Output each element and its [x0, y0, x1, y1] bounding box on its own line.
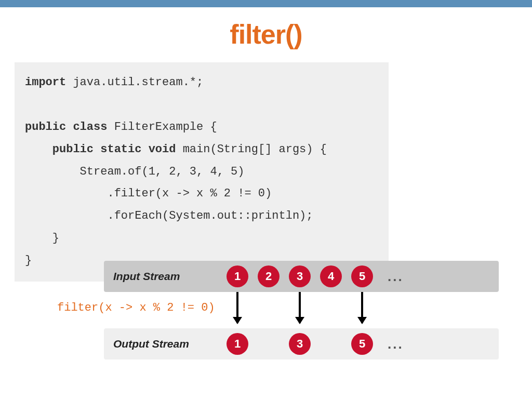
output-stream-row: Output Stream 1 3 5 ... [104, 328, 499, 360]
arrow-icon [361, 292, 363, 323]
top-accent-bar [0, 0, 532, 7]
keyword: import [25, 76, 66, 89]
code-example: import java.util.stream.*; public class … [15, 62, 389, 282]
output-bubble: 1 [227, 333, 248, 355]
code-text: } [25, 254, 32, 267]
code-text: .forEach(System.out::println); [25, 209, 313, 222]
input-bubble: 1 [227, 265, 248, 287]
input-bubble: 5 [351, 265, 373, 287]
output-slot-empty [320, 333, 342, 355]
arrow-icon [236, 292, 238, 323]
input-bubble: 2 [258, 265, 280, 287]
output-bubble: 3 [289, 333, 311, 355]
keyword: public class [25, 121, 107, 134]
keyword: public static void [52, 143, 176, 156]
code-text: .filter(x -> x % 2 != 0) [25, 187, 272, 200]
input-bubble: 4 [320, 265, 342, 287]
code-text: main(String[] args) { [176, 143, 326, 156]
code-text: } [25, 232, 59, 245]
code-text: java.util.stream.*; [66, 76, 203, 89]
output-slot-empty [258, 333, 280, 355]
output-stream-label: Output Stream [113, 338, 217, 350]
ellipsis: ... [382, 336, 404, 352]
slide-title: filter() [0, 19, 532, 50]
code-text: FilterExample { [107, 121, 217, 134]
input-stream-row: Input Stream 1 2 3 4 5 ... [104, 261, 499, 292]
input-bubble: 3 [289, 265, 311, 287]
output-bubble: 5 [351, 333, 373, 355]
filter-expression: filter(x -> x % 2 != 0) [57, 301, 215, 314]
arrow-icon [299, 292, 301, 323]
code-text: Stream.of(1, 2, 3, 4, 5) [25, 165, 244, 178]
input-stream-label: Input Stream [113, 270, 217, 283]
ellipsis: ... [382, 269, 404, 285]
